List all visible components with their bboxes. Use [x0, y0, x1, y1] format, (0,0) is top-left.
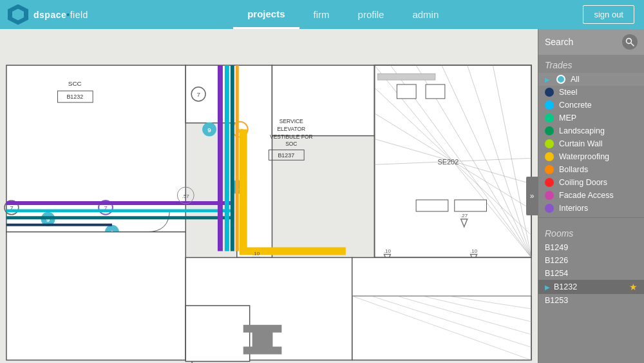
svg-text:B1232: B1232	[66, 93, 83, 100]
svg-text:SERVICE: SERVICE	[279, 118, 303, 124]
sidebar-expand-button[interactable]: »	[526, 177, 538, 215]
svg-text:.10: .10	[252, 251, 260, 257]
trade-dot-mep	[545, 113, 554, 123]
svg-text:B1237: B1237	[278, 152, 294, 159]
room-label-b1254: B1254	[545, 269, 638, 278]
trade-dot-waterproofing	[545, 152, 554, 161]
room-item-b1254[interactable]: B1254	[538, 267, 644, 280]
svg-rect-99	[455, 200, 487, 211]
search-label: Search	[545, 37, 618, 47]
svg-text:SCC: SCC	[68, 80, 82, 87]
logo-field: field	[70, 10, 88, 20]
trade-dot-curtain-wall	[545, 139, 554, 148]
trade-dot-bollards	[545, 165, 554, 174]
room-item-b1249[interactable]: B1249	[538, 241, 644, 254]
trade-item-all[interactable]: ▶ All	[538, 73, 644, 86]
room-label-b1253: B1253	[545, 296, 638, 305]
trade-label-waterproofing: Waterproofing	[559, 152, 638, 161]
logo-text: dspace•field	[33, 10, 88, 20]
svg-text:SE202: SE202	[437, 158, 459, 166]
trade-dot-interiors	[545, 204, 554, 213]
svg-rect-60	[236, 65, 239, 251]
trade-label-bollards: Bollards	[559, 165, 638, 174]
room-arrow-icon: ▶	[545, 284, 550, 291]
blueprint-area[interactable]: SCC B1232 SERVICE ELEVATOR VESTIBULE FOR…	[0, 29, 538, 363]
trade-dot-landscaping	[545, 126, 554, 135]
search-icon	[625, 37, 634, 46]
trade-item-interiors[interactable]: Interiors	[538, 202, 644, 215]
svg-text:SOC: SOC	[285, 141, 297, 147]
svg-text:ELEVATOR: ELEVATOR	[277, 126, 305, 132]
room-item-b1232[interactable]: ▶ B1232 ★	[538, 280, 644, 294]
nav-admin[interactable]: admin	[398, 0, 453, 29]
room-star-icon: ★	[629, 282, 638, 292]
trade-label-interiors: Interiors	[559, 204, 638, 213]
trade-label-facade-access: Facade Access	[559, 191, 638, 200]
nav-profile[interactable]: profile	[344, 0, 399, 29]
svg-rect-59	[231, 65, 234, 251]
search-area: Search	[538, 29, 644, 55]
trade-label-all: All	[571, 75, 638, 84]
trade-item-facade-access[interactable]: Facade Access	[538, 189, 644, 202]
trade-item-mep[interactable]: MEP	[538, 112, 644, 124]
svg-rect-57	[218, 65, 223, 251]
sign-out-button[interactable]: sign out	[583, 5, 634, 24]
svg-text:7: 7	[196, 91, 200, 98]
trade-label-coiling-doors: Coiling Doors	[559, 178, 638, 187]
svg-text:.27: .27	[460, 213, 468, 219]
main-area: SCC B1232 SERVICE ELEVATOR VESTIBULE FOR…	[0, 29, 644, 363]
svg-text:9: 9	[207, 126, 211, 133]
room-label-b1249: B1249	[545, 243, 638, 252]
svg-line-102	[631, 43, 634, 46]
svg-text:.10: .10	[384, 248, 392, 254]
logo-area: dspace•field	[0, 5, 103, 25]
trade-label-steel: Steel	[559, 88, 638, 97]
svg-rect-89	[243, 347, 282, 355]
logo-hex-inner	[12, 9, 24, 21]
svg-rect-100	[377, 74, 435, 80]
trade-item-landscaping[interactable]: Landscaping	[538, 124, 644, 137]
trade-item-coiling-doors[interactable]: Coiling Doors	[538, 176, 644, 189]
logo-dspace: dspace	[33, 10, 66, 20]
nav-firm[interactable]: firm	[299, 0, 344, 29]
svg-text:VESTIBULE FOR: VESTIBULE FOR	[270, 133, 313, 140]
trade-dot-concrete	[545, 101, 554, 110]
right-sidebar: Search Trades ▶ All Steel Concrete ME	[538, 29, 644, 363]
trade-item-steel[interactable]: Steel	[538, 86, 644, 99]
room-item-b1226[interactable]: B1226	[538, 254, 644, 267]
nav-projects[interactable]: projects	[233, 0, 299, 29]
room-label-b1226: B1226	[545, 256, 638, 265]
room-label-b1232: B1232	[554, 282, 625, 291]
svg-rect-88	[252, 330, 273, 349]
trade-item-curtain-wall[interactable]: Curtain Wall	[538, 137, 644, 150]
trades-section-title: Trades	[538, 55, 644, 73]
trade-item-waterproofing[interactable]: Waterproofing	[538, 150, 644, 163]
rooms-section: Rooms B1249 B1226 B1254 ▶ B1232 ★ B1253	[538, 223, 644, 307]
divider	[538, 217, 644, 218]
svg-rect-1	[6, 65, 185, 231]
trade-dot-coiling-doors	[545, 178, 554, 187]
trade-label-curtain-wall: Curtain Wall	[559, 139, 638, 148]
search-button[interactable]	[622, 34, 638, 50]
room-item-b1253[interactable]: B1253	[538, 294, 644, 307]
svg-text:.10: .10	[470, 248, 478, 254]
trade-item-concrete[interactable]: Concrete	[538, 99, 644, 112]
logo-hex-icon	[8, 5, 28, 25]
blueprint-svg: SCC B1232 SERVICE ELEVATOR VESTIBULE FOR…	[0, 29, 538, 363]
trade-dot-steel	[545, 88, 554, 97]
trade-arrow-icon: ▶	[545, 76, 550, 83]
trade-label-landscaping: Landscaping	[559, 126, 638, 135]
trade-item-bollards[interactable]: Bollards	[538, 163, 644, 176]
header: dspace•field projects firm profile admin…	[0, 0, 644, 29]
trade-dot-facade-access	[545, 191, 554, 200]
trade-label-mep: MEP	[559, 113, 638, 123]
svg-text:.57: .57	[182, 193, 190, 199]
trade-label-concrete: Concrete	[559, 101, 638, 110]
svg-rect-58	[225, 65, 229, 251]
svg-rect-96	[397, 84, 416, 99]
rooms-section-title: Rooms	[538, 223, 644, 241]
svg-rect-97	[426, 84, 445, 99]
trade-dot-all	[556, 75, 565, 84]
svg-rect-85	[185, 306, 249, 361]
svg-rect-98	[416, 200, 448, 211]
